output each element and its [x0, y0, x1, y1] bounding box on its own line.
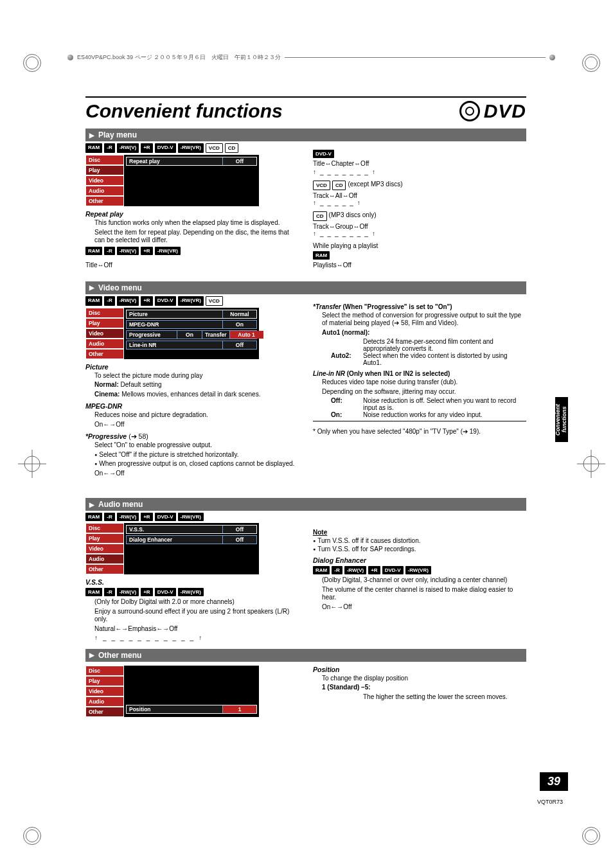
printer-header: ES40VP&PC.book 39 ページ ２００５年９月６日 火曜日 午前１０… [67, 53, 555, 62]
text: Playlists↔Off [313, 261, 526, 269]
osd-video: Disc Play Video Audio Other PictureNorma… [85, 308, 299, 359]
badge: DVD-V [155, 296, 176, 306]
badge-dvd-v: DVD-V [155, 143, 176, 153]
badge-minus-rw-vr: -RW(VR) [178, 143, 204, 153]
label-standard: 1 (Standard) –5: [322, 684, 371, 691]
play-icon: ▶ [89, 501, 94, 508]
osd-value: Off [223, 536, 256, 544]
label-off: Off: [331, 397, 363, 411]
section-other-menu: ▶ Other menu [85, 649, 526, 662]
osd-label: Position [127, 705, 223, 713]
badge: -RW(V) [117, 247, 139, 255]
badge: RAM [313, 566, 330, 574]
text: (When "Progressive" is set to "On") [343, 303, 452, 310]
text: Mellows movies, enhances detail in dark … [121, 391, 260, 398]
play-icon: ▶ [89, 132, 94, 139]
bracket: ↑_______↑ [313, 230, 526, 237]
text: Reduces video tape noise during transfer… [322, 378, 526, 387]
badge: DVD-V [155, 513, 176, 521]
crop-mark [18, 822, 46, 850]
badge: -RW(VR) [155, 247, 181, 255]
text: To select the picture mode during play [94, 372, 299, 380]
section-title: Other menu [98, 651, 141, 660]
badge-cd: CD [313, 211, 327, 221]
badge-ram: RAM [85, 143, 102, 153]
section-audio-menu: ▶ Audio menu [85, 498, 526, 511]
badge-vcd: VCD [206, 143, 223, 153]
badge: -RW(VR) [178, 513, 204, 521]
crop-mark [577, 49, 605, 77]
badge: -RW(VR) [178, 296, 204, 306]
osd-tab-audio: Audio [85, 186, 124, 196]
osd-label: Line-in NR [127, 341, 223, 349]
badge: -R [104, 296, 114, 306]
text: Noise reduction works for any video inpu… [363, 411, 526, 418]
osd-label: Picture [127, 310, 223, 318]
osd-value: Off [223, 341, 256, 349]
text: The volume of the center channel is rais… [322, 586, 526, 602]
osd-play: Disc Play Video Audio Other Repeat play … [85, 155, 299, 206]
text: Detects 24 frame-per-second film content… [363, 338, 526, 352]
badge: -RW(V) [117, 296, 139, 306]
page-title: Convenient functions [85, 100, 283, 122]
badge: -R [104, 513, 114, 521]
osd-row-value: Off [223, 157, 256, 165]
doc-code: VQT0R73 [537, 799, 563, 805]
badge: +R [368, 566, 380, 574]
video-badges: RAM -R -RW(V) +R DVD-V -RW(VR) VCD [85, 296, 299, 306]
text: Select the method of conversion for prog… [322, 312, 526, 328]
osd-tab: Disc [85, 308, 124, 318]
osd-mid: Transfer [202, 331, 230, 339]
osd-mid: On [177, 331, 202, 339]
section-play-menu: ▶ Play menu [85, 128, 526, 141]
osd-tab: Other [85, 707, 124, 717]
vss-badges: RAM -R -RW(V) +R DVD-V -RW(VR) [85, 588, 299, 596]
label-cinema: Cinema: [94, 391, 120, 398]
side-tab: Convenient functions [555, 397, 568, 442]
osd-audio: Disc Play Video Audio Other V.S.S.Off Di… [85, 523, 299, 574]
text: Turn V.S.S. off if it causes distortion. [313, 537, 526, 544]
text: (MP3 discs only) [329, 211, 377, 221]
text: This function works only when the elapse… [94, 219, 299, 227]
text: (Only when IN1 or IN2 is selected) [347, 370, 450, 377]
osd-value: 1 [223, 705, 256, 713]
badge-plus-r: +R [141, 143, 152, 153]
badge: DVD-V [382, 566, 404, 574]
osd-value: Off [223, 526, 256, 533]
osd-label: MPEG-DNR [127, 321, 223, 328]
text: The higher the setting the lower the scr… [363, 693, 526, 700]
badge-minus-r: -R [104, 143, 114, 153]
badge: RAM [85, 296, 102, 306]
badge: -RW(V) [117, 513, 139, 521]
text: Track↔All↔Off [313, 192, 526, 199]
text: (except MP3 discs) [348, 181, 402, 190]
text: Track↔Group↔Off [313, 223, 526, 230]
osd-tab-play: Play [85, 165, 124, 175]
badge: VCD [206, 296, 223, 306]
badge-minus-rw-v: -RW(V) [117, 143, 139, 153]
osd-tab: Play [85, 533, 124, 544]
text: Depending on the software, jittering may… [322, 388, 526, 396]
bracket: ↑___________↑ [94, 634, 299, 642]
text: On←→Off [94, 470, 299, 478]
bracket: ↑_______↑ [313, 168, 526, 175]
text: Title↔Chapter↔Off [313, 160, 526, 167]
badge-dvd-v: DVD-V [313, 150, 334, 158]
badge: +R [141, 296, 152, 306]
badge: -RW(VR) [178, 588, 204, 596]
osd-row-label: Repeat play [127, 157, 223, 165]
text: Default setting [121, 381, 162, 388]
repeat-badges: RAM -R -RW(V) +R -RW(VR) [85, 247, 299, 255]
badge: -R [104, 588, 114, 596]
osd-other: Disc Play Video Audio Other Position1 [85, 666, 299, 717]
text: Natural←→Emphasis←→Off [94, 625, 299, 633]
badge: RAM [85, 588, 102, 596]
printer-header-text: ES40VP&PC.book 39 ページ ２００５年９月６日 火曜日 午前１０… [77, 53, 281, 62]
text: (Dolby Digital, 3-channel or over only, … [322, 576, 526, 585]
osd-tab: Audio [85, 696, 124, 707]
osd-tab: Disc [85, 666, 124, 676]
badge: -RW(V) [344, 566, 367, 574]
osd-tab: Audio [85, 339, 124, 349]
audio-badges: RAM -R -RW(V) +R DVD-V -RW(VR) [85, 513, 299, 521]
osd-value: Auto 1 [230, 331, 263, 339]
